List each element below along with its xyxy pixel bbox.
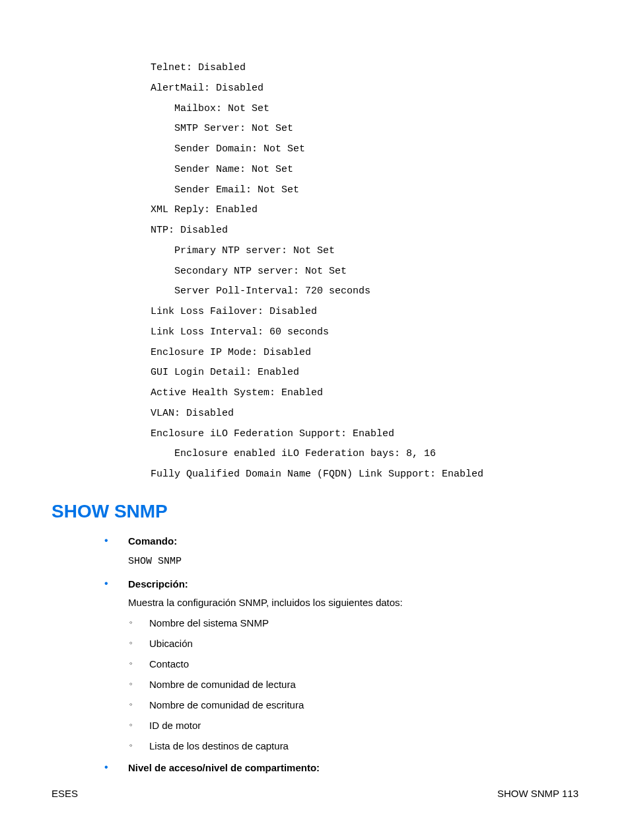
footer-left: ESES [52,788,78,799]
bullet-label-descripcion: Descripción: [128,577,578,592]
footer-right: SHOW SNMP 113 [497,788,578,799]
bullet-comando: Comando: SHOW SNMP [104,534,578,572]
config-output-block: Telnet: Disabled AlertMail: Disabled Mai… [151,58,578,485]
sub-item: Nombre del sistema SNMP [129,617,578,629]
page-footer: ESES SHOW SNMP 113 [52,788,578,799]
bullet-nivel: Nivel de acceso/nivel de compartimento: [104,761,578,776]
sub-item: ID de motor [129,720,578,731]
section-heading-show-snmp: SHOW SNMP [52,501,578,522]
bullet-label-comando: Comando: [128,534,578,549]
section-bullet-list: Comando: SHOW SNMP Descripción: Muestra … [104,534,578,776]
sub-item: Nombre de comunidad de escritura [129,699,578,710]
bullet-label-nivel: Nivel de acceso/nivel de compartimento: [128,761,578,776]
sub-item: Nombre de comunidad de lectura [129,679,578,690]
bullet-descripcion: Descripción: Muestra la configuración SN… [104,577,578,751]
bullet-value-comando: SHOW SNMP [128,553,578,572]
sub-item: Contacto [129,658,578,669]
bullet-intro-descripcion: Muestra la configuración SNMP, incluidos… [128,595,578,611]
sub-item: Ubicación [129,638,578,649]
sub-item: Lista de los destinos de captura [129,740,578,751]
descripcion-sub-list: Nombre del sistema SNMP Ubicación Contac… [129,617,578,751]
